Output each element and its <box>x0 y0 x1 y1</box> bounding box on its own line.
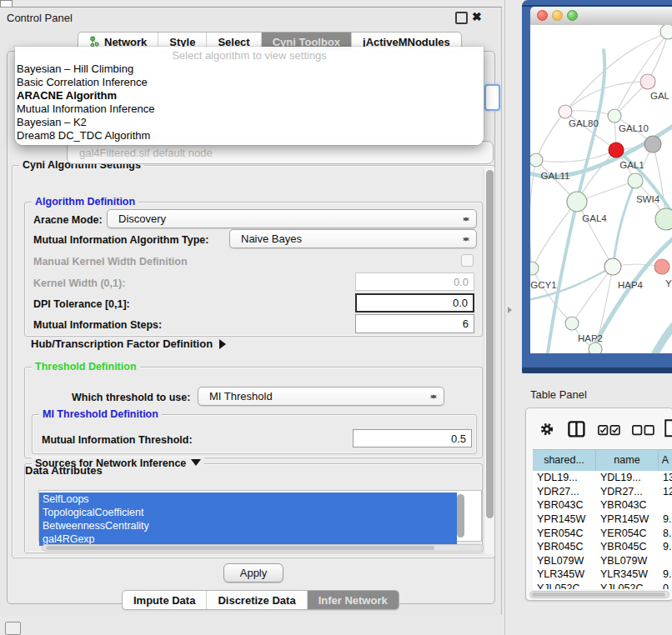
network-node-swi4[interactable] <box>628 173 643 188</box>
spinner-arrows-icon <box>463 213 469 224</box>
table-row[interactable]: YDL19...YDL19...13 <box>533 471 672 485</box>
network-edge-highlighted[interactable] <box>655 318 672 353</box>
table-row[interactable]: YDR27...YDR27...12 <box>533 485 672 499</box>
splitter-collapse-icon[interactable] <box>508 307 515 313</box>
network-edge[interactable] <box>577 202 613 267</box>
network-node-gal1[interactable] <box>609 142 624 158</box>
table-cell: YLR345W <box>533 568 596 580</box>
dpi-tolerance-field[interactable]: 0.0 <box>355 293 474 312</box>
dropdown-item-basic-correlation-inference[interactable]: Basic Correlation Inference <box>15 76 484 89</box>
kernel-width-label: Kernel Width (0,1): <box>33 278 125 289</box>
dropdown-item-dream8-dc-tdc-algorithm[interactable]: Dream8 DC_TDC Algorithm <box>15 129 484 142</box>
collapse-arrow-icon[interactable] <box>191 459 201 471</box>
list-scrollbar-thumb[interactable] <box>457 494 464 538</box>
hub-definition-expander[interactable]: Hub/Transcription Factor Definition <box>31 336 231 351</box>
table-row[interactable]: YBR043CYBR043C <box>533 498 672 512</box>
kernel-width-field[interactable]: 0.0 <box>355 272 474 291</box>
network-canvas: GALGAL80GAL10GAL1GAL11SWI4GAL4GCY1HAP4YH… <box>530 25 672 353</box>
inference-algorithm-combo-fragment[interactable] <box>484 84 500 111</box>
close-panel-icon[interactable]: ✖ <box>472 11 482 22</box>
dropdown-item-mutual-information-inference[interactable]: Mutual Information Inference <box>15 102 484 116</box>
table-toolbar <box>526 408 672 448</box>
expand-arrow-icon[interactable] <box>219 339 231 349</box>
network-node[interactable] <box>644 136 661 152</box>
network-edge-highlighted[interactable] <box>547 202 577 353</box>
apply-button[interactable]: Apply <box>223 563 283 582</box>
table-row[interactable]: YJL052CYJL052C0. <box>533 582 672 589</box>
table-row[interactable]: YBR045CYBR045C9. <box>533 540 672 554</box>
split-view-columns-icon[interactable] <box>568 421 585 438</box>
node-label-y: Y <box>665 278 672 288</box>
mi-steps-field[interactable]: 6 <box>355 314 474 333</box>
network-edge[interactable] <box>536 112 565 160</box>
column-header-shared[interactable]: shared... <box>533 450 596 472</box>
tab-infer-network[interactable]: Infer Network <box>308 591 399 609</box>
network-node-hap4[interactable] <box>604 258 621 275</box>
list-horizontal-scrollbar-thumb[interactable] <box>46 546 434 550</box>
dropdown-item-bayesian-hill-climbing[interactable]: Bayesian – Hill Climbing <box>15 62 484 76</box>
list-item-topologicalcoefficient[interactable]: TopologicalCoefficient <box>39 506 457 519</box>
float-panel-icon[interactable] <box>455 12 468 24</box>
minimize-window-icon[interactable] <box>552 10 563 21</box>
manual-kernel-width-checkbox[interactable] <box>461 254 474 267</box>
dropdown-item-aracne-algorithm[interactable]: ARACNE Algorithm <box>15 89 484 102</box>
which-threshold-combo[interactable]: MI Threshold <box>198 387 444 406</box>
table-row[interactable]: YLR345WYLR345W9. <box>533 568 672 582</box>
table-panel-title: Table Panel <box>530 388 587 401</box>
mi-threshold-field[interactable]: 0.5 <box>353 429 472 448</box>
network-node[interactable] <box>589 342 602 353</box>
network-node-y[interactable] <box>654 259 669 274</box>
table-cell: YDL19... <box>533 472 596 483</box>
list-item-betweennesscentrality[interactable]: BetweennessCentrality <box>39 519 457 532</box>
network-window-titlebar[interactable] <box>530 7 672 26</box>
list-horizontal-scrollbar[interactable] <box>42 544 484 552</box>
network-node[interactable] <box>660 25 672 39</box>
mi-threshold-definition-title: MI Threshold Definition <box>39 408 162 421</box>
dropdown-item-bayesian-k2[interactable]: Bayesian – K2 <box>15 116 484 129</box>
aracne-mode-value: Discovery <box>118 212 166 225</box>
table-row[interactable]: YER054CYER054C8. <box>533 526 672 540</box>
dropdown-item-list: Bayesian – Hill ClimbingBasic Correlatio… <box>15 62 484 142</box>
new-file-icon[interactable] <box>664 419 672 438</box>
network-edge[interactable] <box>614 33 668 116</box>
select-all-checkboxes-icon[interactable] <box>598 425 620 436</box>
network-node-hap2[interactable] <box>565 317 579 330</box>
table-row[interactable]: YBL079WYBL079W <box>533 554 672 568</box>
zoom-window-icon[interactable] <box>567 10 578 21</box>
tab-impute-data[interactable]: Impute Data <box>123 591 207 609</box>
close-window-icon[interactable] <box>537 10 548 21</box>
network-edge[interactable] <box>532 268 572 323</box>
network-edge[interactable] <box>572 267 613 323</box>
list-item-selfloops[interactable]: SelfLoops <box>39 492 457 506</box>
mi-algorithm-type-label: Mutual Information Algorithm Type: <box>33 234 208 246</box>
network-edge-highlighted[interactable] <box>613 181 635 267</box>
collapsed-panel-icon[interactable] <box>5 622 21 635</box>
network-node-gal4[interactable] <box>567 192 587 212</box>
aracne-mode-combo[interactable]: Discovery <box>107 209 477 228</box>
network-node-gal80[interactable] <box>559 105 572 118</box>
table-horizontal-scrollbar[interactable] <box>529 591 669 598</box>
network-node-gal11[interactable] <box>530 153 543 167</box>
algorithm-dropdown-popup: Select algorithm to view settings Bayesi… <box>15 47 484 145</box>
network-node-gal[interactable] <box>640 74 655 89</box>
table-row[interactable]: YPR145WYPR145W9. <box>533 512 672 527</box>
gear-icon[interactable] <box>539 422 554 437</box>
table-cell: YDL19... <box>596 472 659 483</box>
network-edge[interactable] <box>536 150 616 162</box>
network-node[interactable] <box>655 208 672 230</box>
mi-algorithm-type-combo[interactable]: Naive Bayes <box>229 229 477 248</box>
settings-scrollbar-thumb[interactable] <box>486 170 494 518</box>
table-horizontal-scrollbar-thumb[interactable] <box>532 592 665 597</box>
column-header-name[interactable]: name <box>596 450 659 472</box>
window-frame-bottom-edge <box>522 368 672 373</box>
network-node-gcy1[interactable] <box>530 262 539 275</box>
column-header-a[interactable]: A <box>659 450 672 472</box>
tab-discretize-data[interactable]: Discretize Data <box>207 591 307 609</box>
deselect-all-checkboxes-icon[interactable] <box>632 425 654 436</box>
network-node-gal10[interactable] <box>608 109 621 122</box>
panel-splitter[interactable] <box>504 0 505 635</box>
table-cell: YBR045C <box>596 541 659 552</box>
table-cell: YBL079W <box>533 555 596 567</box>
network-edge[interactable] <box>565 111 614 116</box>
settings-scrollbar[interactable] <box>484 168 494 554</box>
